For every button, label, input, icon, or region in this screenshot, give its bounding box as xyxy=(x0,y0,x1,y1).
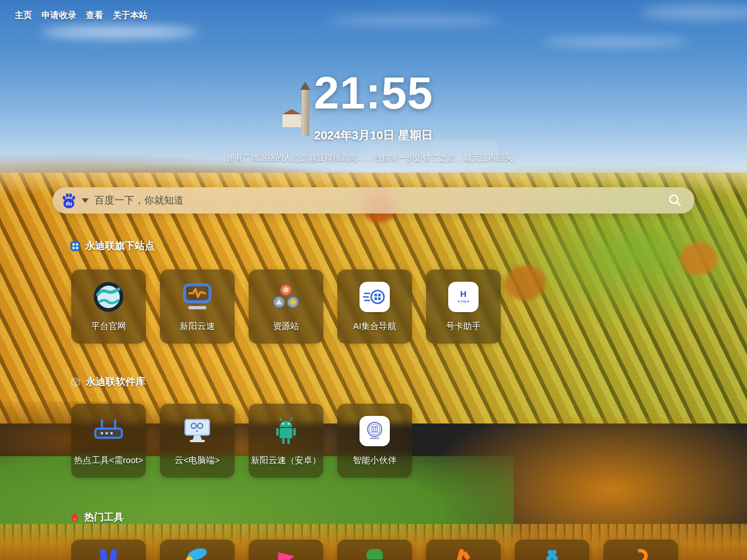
top-navigation: 主页 申请收录 查看 关于本站 xyxy=(15,10,148,21)
baidu-paw-icon: du xyxy=(61,192,76,209)
card-smart-buddy[interactable]: 智能小伙伴 xyxy=(337,404,412,478)
section-header-software: 永迪联软件库 xyxy=(70,375,145,388)
nav-apply-inclusion[interactable]: 申请收录 xyxy=(41,10,76,21)
card-cloud-pc[interactable]: 云<电脑端> xyxy=(160,404,235,478)
orange-k-app-icon xyxy=(458,549,469,560)
orange-arc-app-icon xyxy=(634,549,648,560)
app-tile: H 号卡助手 xyxy=(448,282,479,312)
cyan-cross-app-icon xyxy=(549,549,555,560)
nav-view[interactable]: 查看 xyxy=(86,10,103,21)
card-hot-tool-1[interactable] xyxy=(71,540,146,560)
search-bar: du xyxy=(53,187,694,214)
software-card-row: 热点工具<需root> 云<电脑端> xyxy=(71,404,412,478)
flame-icon xyxy=(70,512,79,523)
card-hotspot-tool[interactable]: 热点工具<需root> xyxy=(71,404,146,478)
green-app-icon xyxy=(366,549,383,560)
pink-play-app-icon xyxy=(277,549,295,560)
card-hot-tool-4[interactable] xyxy=(337,540,412,560)
software-box-icon xyxy=(70,376,81,387)
router-icon xyxy=(92,418,125,444)
section-title: 永迪联旗下站点 xyxy=(85,239,155,253)
card-label: 云<电脑端> xyxy=(174,455,220,466)
card-label: AI集合导航 xyxy=(353,321,396,332)
search-submit[interactable] xyxy=(662,194,694,207)
magnifier-icon xyxy=(668,194,682,207)
card-label: 号卡助手 xyxy=(446,321,481,332)
card-xinyang-cloud[interactable]: 新阳云速 xyxy=(160,270,235,344)
computer-glasses-icon xyxy=(182,417,212,445)
globe-icon xyxy=(93,281,124,313)
card-hot-tool-5[interactable] xyxy=(426,540,501,560)
monitor-pulse-icon xyxy=(181,283,213,311)
simcard-helper-icon: H xyxy=(460,289,467,299)
card-ai-nav[interactable]: AI集合导航 xyxy=(337,270,412,344)
simcard-helper-caption: 号卡助手 xyxy=(457,299,470,304)
card-platform-site[interactable]: 平台官网 xyxy=(71,270,146,344)
sites-card-row: 平台官网 新阳云速 xyxy=(71,270,501,344)
card-simcard-helper[interactable]: H 号卡助手 号卡助手 xyxy=(426,270,501,344)
card-hot-tool-2[interactable] xyxy=(160,540,235,560)
card-hot-tool-7[interactable] xyxy=(603,540,678,560)
cyan-yellow-app-icon xyxy=(187,549,207,560)
card-label: 资源站 xyxy=(273,321,299,332)
blue-bars-app-icon xyxy=(100,549,117,560)
hot-tools-card-row xyxy=(71,540,678,560)
section-header-sites: 永迪联旗下站点 xyxy=(70,239,155,253)
clock-time: 21:55 xyxy=(0,66,747,120)
card-label: 新阳云速（安卓） xyxy=(251,455,321,466)
emblem-seal-icon xyxy=(363,419,386,443)
card-label: 智能小伙伴 xyxy=(353,455,397,466)
card-xinyang-android[interactable]: 新阳云速（安卓） xyxy=(249,404,323,478)
start-page: 主页 申请收录 查看 关于本站 21:55 2024年3月10日 星期日 拥有广… xyxy=(0,0,747,560)
app-tile xyxy=(359,282,390,312)
hitokoto-quote: 拥有广阔退路的人总是能显得很高尚……当你第一步走错了之后，就无法再回头。 xyxy=(0,153,747,163)
card-label: 热点工具<需root> xyxy=(74,455,143,466)
shapes-cluster-icon xyxy=(271,283,301,311)
apps-grid-icon xyxy=(70,241,81,251)
search-input[interactable] xyxy=(95,187,662,214)
card-label: 平台官网 xyxy=(91,321,126,332)
chevron-down-icon xyxy=(82,198,89,203)
app-tile xyxy=(359,416,390,446)
section-title: 永迪联软件库 xyxy=(86,375,145,388)
section-title: 热门工具 xyxy=(84,510,124,524)
nav-home[interactable]: 主页 xyxy=(15,10,32,21)
svg-text:du: du xyxy=(65,201,72,206)
search-engine-selector[interactable]: du xyxy=(53,192,95,209)
card-label: 新阳云速 xyxy=(180,321,215,332)
card-hot-tool-6[interactable] xyxy=(515,540,589,560)
card-hot-tool-3[interactable] xyxy=(249,540,323,560)
section-header-hot-tools: 热门工具 xyxy=(70,510,124,524)
card-resource-site[interactable]: 资源站 xyxy=(249,270,323,344)
android-icon xyxy=(272,416,300,446)
nav-about[interactable]: 关于本站 xyxy=(113,10,148,21)
ai-speed-chip-icon xyxy=(363,285,386,309)
